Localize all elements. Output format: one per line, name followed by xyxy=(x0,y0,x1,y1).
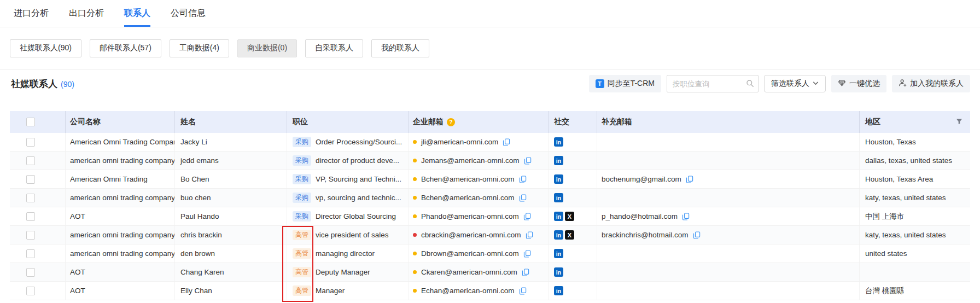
filter-self-collected[interactable]: 自采联系人 xyxy=(305,39,363,57)
table-row[interactable]: AOT Chang Karen 高管Deputy Manager Ckaren@… xyxy=(10,263,970,282)
email-status-dot xyxy=(413,252,417,255)
table-row[interactable]: American Omni Trading Company, Jacky Li … xyxy=(10,133,970,152)
linkedin-icon[interactable]: in xyxy=(554,212,563,221)
row-checkbox[interactable] xyxy=(26,138,35,147)
email-status-dot xyxy=(413,270,417,274)
section-header: 社媒联系人 (90) T 同步至T-CRM 筛选联系人 xyxy=(0,69,980,98)
role-tag: 采购 xyxy=(293,211,311,222)
linkedin-icon[interactable]: in xyxy=(554,267,563,277)
copy-icon[interactable] xyxy=(524,157,532,165)
table-row[interactable]: american omni trading company, llc jedd … xyxy=(10,152,970,170)
copy-icon[interactable] xyxy=(522,269,529,276)
tab-company-info[interactable]: 公司信息 xyxy=(171,0,206,27)
tab-contacts[interactable]: 联系人 xyxy=(124,0,150,27)
col-header-position: 职位 xyxy=(287,111,409,133)
filter-funnel-icon[interactable] xyxy=(956,118,962,126)
contacts-page: 进口分析 出口分析 联系人 公司信息 社媒联系人(90) 邮件联系人(57) 工… xyxy=(0,0,980,303)
sync-tcrm-button[interactable]: T 同步至T-CRM xyxy=(589,75,661,92)
email-status-dot xyxy=(413,140,417,144)
filter-contacts-dropdown[interactable]: 筛选联系人 xyxy=(764,75,826,92)
tab-export-analysis[interactable]: 出口分析 xyxy=(69,0,104,27)
tcrm-logo-icon: T xyxy=(596,79,604,88)
add-to-my-contacts-button[interactable]: 加入我的联系人 xyxy=(892,75,970,92)
contact-count-badge: (90) xyxy=(61,80,74,89)
copy-icon[interactable] xyxy=(519,194,527,202)
copy-icon[interactable] xyxy=(519,287,527,295)
role-tag: 采购 xyxy=(293,155,311,166)
position-search-input[interactable] xyxy=(667,75,759,92)
filter-email-contacts[interactable]: 邮件联系人(57) xyxy=(90,39,161,57)
role-tag: 高管 xyxy=(293,285,311,296)
filter-commercial-data[interactable]: 商业数据(0) xyxy=(237,39,297,57)
email-status-dot xyxy=(413,159,417,162)
one-click-pick-label: 一键优选 xyxy=(849,79,880,89)
filter-social-contacts[interactable]: 社媒联系人(90) xyxy=(10,39,81,57)
x-twitter-icon[interactable]: X xyxy=(565,230,574,240)
table-body: American Omni Trading Company, Jacky Li … xyxy=(10,133,970,300)
copy-icon[interactable] xyxy=(523,250,531,258)
role-tag: 采购 xyxy=(293,193,311,203)
col-header-social: 社交 xyxy=(549,111,597,133)
row-checkbox[interactable] xyxy=(26,194,35,202)
email-status-dot xyxy=(413,289,417,293)
filter-business-registry[interactable]: 工商数据(4) xyxy=(170,39,229,57)
table-row[interactable]: american omni trading company, llc den b… xyxy=(10,244,970,263)
email-status-dot xyxy=(413,196,417,200)
contact-source-filterbar: 社媒联系人(90) 邮件联系人(57) 工商数据(4) 商业数据(0) 自采联系… xyxy=(0,27,980,69)
table-row[interactable]: american omni trading company, llc buo c… xyxy=(10,189,970,207)
email-status-dot xyxy=(413,177,417,181)
copy-icon[interactable] xyxy=(526,231,533,239)
copy-icon[interactable] xyxy=(686,176,693,183)
copy-icon[interactable] xyxy=(523,213,531,220)
tab-bar: 进口分析 出口分析 联系人 公司信息 xyxy=(0,0,980,27)
table-row[interactable]: American Omni Trading Bo Chen 采购VP, Sour… xyxy=(10,170,970,189)
tab-import-analysis[interactable]: 进口分析 xyxy=(14,0,49,27)
row-checkbox[interactable] xyxy=(26,212,35,221)
role-tag: 高管 xyxy=(293,267,311,277)
linkedin-icon[interactable]: in xyxy=(554,286,563,295)
row-checkbox[interactable] xyxy=(26,175,35,184)
copy-icon[interactable] xyxy=(682,213,690,220)
contacts-table: 公司名称 姓名 职位 企业邮箱 ? 社交 补充邮箱 地区 American Om… xyxy=(10,111,970,300)
linkedin-icon[interactable]: in xyxy=(554,249,563,258)
email-status-dot xyxy=(413,214,417,218)
col-header-email: 企业邮箱 ? xyxy=(409,111,549,133)
row-checkbox[interactable] xyxy=(26,231,35,240)
row-checkbox[interactable] xyxy=(26,287,35,295)
role-tag: 高管 xyxy=(293,248,311,259)
filter-my-contacts[interactable]: 我的联系人 xyxy=(371,39,429,57)
linkedin-icon[interactable]: in xyxy=(554,230,563,240)
linkedin-icon[interactable]: in xyxy=(554,193,563,202)
add-to-my-contacts-label: 加入我的联系人 xyxy=(910,79,964,89)
search-icon[interactable] xyxy=(746,79,754,90)
position-search xyxy=(667,75,759,92)
select-all-checkbox[interactable] xyxy=(26,118,35,126)
table-header-row: 公司名称 姓名 职位 企业邮箱 ? 社交 补充邮箱 地区 xyxy=(10,111,970,133)
copy-icon[interactable] xyxy=(519,176,527,183)
role-tag: 采购 xyxy=(293,137,311,147)
table-row[interactable]: american omni trading company, llc chris… xyxy=(10,226,970,244)
linkedin-icon[interactable]: in xyxy=(554,156,563,165)
copy-icon[interactable] xyxy=(503,138,510,146)
linkedin-icon[interactable]: in xyxy=(554,137,563,147)
table-row[interactable]: AOT Paul Hando 采购Director Global Sourcin… xyxy=(10,207,970,226)
col-header-name: 姓名 xyxy=(175,111,287,133)
col-header-company: 公司名称 xyxy=(66,111,175,133)
table-row[interactable]: AOT Elly Chan 高管Manager Echan@american-o… xyxy=(10,282,970,300)
linkedin-icon[interactable]: in xyxy=(554,174,563,184)
gem-icon xyxy=(838,79,846,89)
row-checkbox[interactable] xyxy=(26,268,35,277)
help-icon[interactable]: ? xyxy=(447,118,455,126)
row-checkbox[interactable] xyxy=(26,156,35,165)
x-twitter-icon[interactable]: X xyxy=(565,212,574,221)
col-header-supp-email: 补充邮箱 xyxy=(597,111,860,133)
filter-contacts-label: 筛选联系人 xyxy=(771,79,809,89)
role-tag: 采购 xyxy=(293,174,311,184)
row-checkbox[interactable] xyxy=(26,249,35,258)
one-click-pick-button[interactable]: 一键优选 xyxy=(831,75,886,92)
role-tag: 高管 xyxy=(293,230,311,240)
copy-icon[interactable] xyxy=(693,231,701,239)
col-header-region: 地区 xyxy=(860,111,970,133)
person-plus-icon xyxy=(899,79,907,89)
chevron-down-icon xyxy=(813,79,819,88)
